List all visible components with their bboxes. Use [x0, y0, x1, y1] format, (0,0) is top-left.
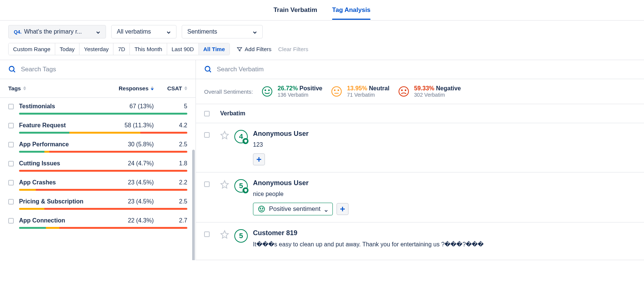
date-range-last-90d[interactable]: Last 90D — [167, 43, 199, 55]
top-tabs: Train Verbatim Tag Analysis — [0, 0, 644, 21]
svg-point-6 — [268, 90, 269, 91]
tag-checkbox[interactable] — [8, 142, 14, 147]
tag-row[interactable]: App Crashes 23 (4.5%) 2.2 — [0, 174, 196, 193]
tag-row[interactable]: Pricing & Subscription 23 (4.5%) 2.5 — [0, 193, 196, 212]
tag-row[interactable]: Feature Request 58 (11.3%) 4.2 — [0, 117, 196, 136]
tag-responses: 23 (4.5%) — [98, 179, 154, 186]
star-icon[interactable] — [220, 230, 229, 239]
verbatim-text: It���s easy to clean up and put away. Th… — [253, 241, 636, 248]
tag-responses: 58 (11.3%) — [98, 122, 154, 129]
sentiment-bar — [19, 208, 187, 210]
shield-icon — [243, 138, 248, 144]
star-icon[interactable] — [220, 131, 229, 140]
date-range-yesterday[interactable]: Yesterday — [79, 43, 113, 55]
verbatims-dropdown[interactable]: All verbatims — [111, 25, 176, 38]
tag-checkbox[interactable] — [8, 199, 14, 205]
tag-csat: 2.5 — [154, 141, 187, 148]
score-badge: 5 — [234, 229, 248, 243]
sentiment-bar — [19, 227, 187, 229]
tab-tag-analysis[interactable]: Tag Analysis — [332, 1, 371, 19]
tags-column-header[interactable]: Tags — [8, 85, 21, 91]
verbatim-checkbox[interactable] — [204, 181, 210, 187]
add-filters-button[interactable]: Add Filters — [237, 46, 272, 52]
sort-icon — [151, 86, 154, 90]
svg-point-7 — [332, 87, 341, 96]
responses-column-header[interactable]: Responses — [119, 85, 149, 91]
score-badge: 4 — [234, 130, 248, 143]
csat-column-header[interactable]: CSAT — [167, 85, 182, 91]
tag-row[interactable]: App Connection 22 (4.3%) 2.7 — [0, 212, 196, 231]
score-badge: 5 — [234, 179, 248, 193]
verbatim-checkbox[interactable] — [204, 231, 210, 237]
search-tags-input[interactable] — [21, 66, 187, 73]
smile-icon — [258, 205, 265, 213]
sentiment-bar — [19, 189, 187, 191]
tag-csat: 2.5 — [154, 198, 187, 205]
search-icon — [204, 65, 212, 74]
frown-icon — [398, 85, 410, 97]
date-range-today[interactable]: Today — [55, 43, 79, 55]
clear-filters-button[interactable]: Clear Filters — [278, 46, 308, 52]
tag-csat: 1.8 — [154, 160, 187, 167]
sentiment-bar — [19, 170, 187, 172]
tag-row[interactable]: Testimonials 67 (13%) 5 — [0, 98, 196, 117]
tag-responses: 30 (5.8%) — [98, 141, 154, 148]
sort-icon — [23, 86, 26, 90]
select-all-checkbox[interactable] — [204, 111, 210, 116]
tags-pane: Tags Responses CSAT Testimonials 67 (13%… — [0, 60, 196, 260]
svg-point-5 — [265, 90, 266, 91]
date-range-segments: Custom RangeTodayYesterday7DThis MonthLa… — [8, 43, 230, 55]
tag-checkbox[interactable] — [8, 123, 14, 128]
date-range-custom-range[interactable]: Custom Range — [9, 43, 55, 55]
date-range-all-time[interactable]: All Time — [199, 43, 229, 55]
add-tag-button[interactable] — [253, 153, 265, 165]
svg-point-11 — [399, 87, 409, 96]
chevron-down-icon — [166, 29, 171, 34]
verbatims-dropdown-label: All verbatims — [117, 28, 151, 35]
tag-name: App Performance — [19, 141, 98, 148]
sentiments-dropdown[interactable]: Sentiments — [182, 25, 263, 38]
sentiment-chip[interactable]: Positive sentiment — [253, 203, 333, 215]
tag-checkbox[interactable] — [8, 104, 14, 109]
verbatim-text: 123 — [253, 141, 636, 148]
chevron-down-icon — [96, 29, 100, 34]
tag-checkbox[interactable] — [8, 180, 14, 186]
tag-row[interactable]: App Performance 30 (5.8%) 2.5 — [0, 136, 196, 155]
sentiment-bar — [19, 132, 187, 134]
svg-point-12 — [401, 90, 402, 91]
verbatim-user: Anonymous User — [253, 130, 636, 138]
sentiments-dropdown-label: Sentiments — [187, 28, 217, 35]
negative-sentiment-stat: 59.33% Negative 302 Verbatim — [398, 85, 461, 98]
svg-point-2 — [205, 66, 210, 71]
sentiment-bar — [19, 113, 187, 115]
sentiment-chip-label: Positive sentiment — [269, 205, 321, 213]
tag-csat: 2.2 — [154, 179, 187, 186]
search-verbatim-input[interactable] — [217, 66, 636, 73]
tag-checkbox[interactable] — [8, 161, 14, 166]
shield-icon — [243, 187, 248, 193]
svg-line-1 — [13, 71, 15, 72]
tag-checkbox[interactable] — [8, 218, 14, 224]
svg-point-17 — [260, 208, 261, 209]
tag-csat: 5 — [154, 103, 187, 110]
tab-train-verbatim[interactable]: Train Verbatim — [273, 1, 317, 19]
tag-csat: 2.7 — [154, 217, 187, 224]
tag-row[interactable]: Cutting Issues 24 (4.7%) 1.8 — [0, 155, 196, 174]
svg-line-3 — [209, 71, 211, 72]
filter-bar: Q4. What's the primary r... All verbatim… — [0, 21, 644, 60]
smile-icon — [261, 85, 273, 97]
sentiment-bar — [19, 151, 187, 153]
question-prefix: Q4. — [14, 29, 22, 35]
search-icon — [8, 65, 16, 74]
date-range-this-month[interactable]: This Month — [130, 43, 167, 55]
svg-point-13 — [405, 90, 406, 91]
tag-responses: 67 (13%) — [98, 103, 154, 110]
tag-name: App Crashes — [19, 179, 98, 186]
question-dropdown[interactable]: Q4. What's the primary r... — [8, 25, 106, 38]
svg-point-8 — [334, 90, 335, 91]
verbatim-checkbox[interactable] — [204, 132, 210, 138]
star-icon[interactable] — [220, 180, 229, 189]
add-tag-button[interactable] — [337, 203, 348, 215]
chevron-down-icon — [253, 29, 257, 34]
date-range-7d[interactable]: 7D — [113, 43, 130, 55]
